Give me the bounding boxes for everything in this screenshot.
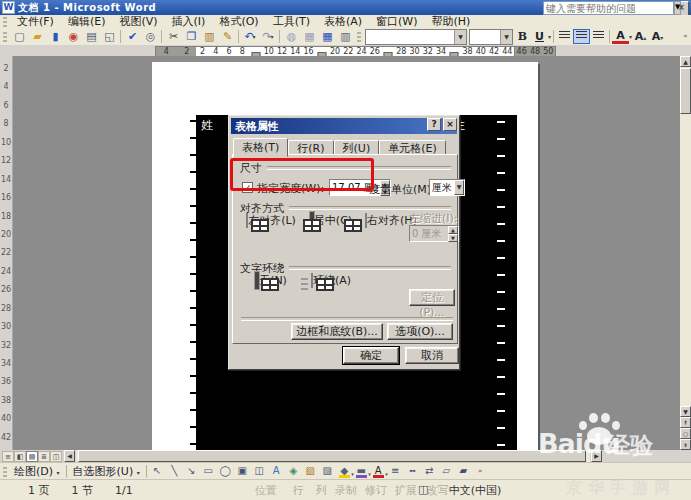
new-document-icon[interactable]: ▢ xyxy=(10,29,28,44)
table-column-marker[interactable]: 2 xyxy=(196,47,209,56)
text-wrapping-option[interactable] xyxy=(311,273,313,288)
print-layout-view-button[interactable]: ▤ xyxy=(26,451,38,462)
scroll-up-icon[interactable]: ▲ xyxy=(680,56,691,67)
menu-item[interactable]: 表格(A) xyxy=(317,15,369,28)
permission-icon[interactable]: ◉ xyxy=(64,29,82,44)
table-column-marker[interactable]: 42 xyxy=(488,47,501,56)
columns-icon[interactable]: ▥ xyxy=(336,29,354,44)
threed-style-icon[interactable]: ▰ xyxy=(455,464,472,479)
oval-icon[interactable]: ◯ xyxy=(217,464,234,479)
draw-menu-button[interactable]: 绘图(D) ▾ xyxy=(10,464,64,479)
underline-button[interactable]: U xyxy=(531,29,548,44)
spelling-grammar-icon[interactable]: ✔ xyxy=(123,29,141,44)
select-browse-object-icon[interactable]: ○ xyxy=(680,428,691,439)
scroll-right-icon[interactable]: ▶ xyxy=(591,450,602,462)
table-column-marker[interactable]: 26 xyxy=(368,47,381,56)
cut-icon[interactable]: ✂ xyxy=(164,29,182,44)
wordart-icon[interactable]: A xyxy=(268,464,285,479)
horizontal-scrollbar[interactable] xyxy=(76,450,590,462)
diagram-icon[interactable]: ◈ xyxy=(285,464,302,479)
table-column-marker[interactable]: 20 xyxy=(329,47,342,56)
line-color-icon[interactable]: ▬ ▾ xyxy=(353,464,370,479)
dialog-tab[interactable]: 表格(T) xyxy=(233,138,288,157)
chevron-down-icon[interactable]: ▼ xyxy=(454,180,464,195)
scroll-down-icon[interactable]: ▼ xyxy=(680,406,691,417)
arrow-style-icon[interactable]: ⇄ xyxy=(421,464,438,479)
dialog-close-button[interactable]: × xyxy=(443,118,457,131)
normal-view-button[interactable]: ≡ xyxy=(2,451,14,462)
dash-style-icon[interactable]: ╍ xyxy=(404,464,421,479)
table-column-marker[interactable]: 40 xyxy=(474,47,487,56)
specify-width-checkbox[interactable]: ✓ xyxy=(242,182,253,193)
table-column-marker[interactable]: 10 xyxy=(262,47,275,56)
table-column-marker[interactable]: 38 xyxy=(461,47,474,56)
dialog-help-button[interactable]: ? xyxy=(427,118,441,131)
dialog-title-bar[interactable]: 表格属性 xyxy=(231,118,457,134)
table-column-marker[interactable]: 30 xyxy=(408,47,421,56)
select-objects-icon[interactable]: ↖ xyxy=(149,464,166,479)
font-color-icon[interactable]: A ▾ xyxy=(370,464,387,479)
align-right-button[interactable] xyxy=(590,29,607,44)
cancel-button[interactable]: 取消 xyxy=(405,347,459,364)
menu-item[interactable]: 视图(V) xyxy=(112,15,164,28)
open-folder-icon[interactable]: ▰ xyxy=(28,29,46,44)
fill-color-icon[interactable]: ◆ ▾ xyxy=(336,464,353,479)
menu-item[interactable]: 文件(F) xyxy=(10,15,61,28)
print-icon[interactable]: ▤ xyxy=(82,29,100,44)
arrow-icon[interactable]: ↘ xyxy=(183,464,200,479)
toolbar-options-chevron[interactable]: » xyxy=(681,28,690,45)
web-layout-view-button[interactable]: ◧ xyxy=(14,451,26,462)
insert-picture-icon[interactable]: ▨ xyxy=(319,464,336,479)
font-size-combo[interactable]: ▼ xyxy=(469,29,513,45)
table-column-marker[interactable]: 28 xyxy=(395,47,408,56)
table-column-marker[interactable]: 8 xyxy=(236,47,249,56)
line-icon[interactable]: ╲ xyxy=(166,464,183,479)
insert-table-icon[interactable]: ▦ xyxy=(318,29,336,44)
previous-page-icon[interactable]: ↟ xyxy=(680,417,691,428)
align-center-button[interactable] xyxy=(573,29,590,44)
table-column-marker[interactable]: 32 xyxy=(421,47,434,56)
grow-font-button[interactable]: A▴ xyxy=(632,29,649,44)
table-column-marker[interactable]: 24 xyxy=(355,47,368,56)
horizontal-ruler[interactable]: 42 246810121416202224262830323438404244 … xyxy=(0,45,691,56)
table-column-marker[interactable]: 6 xyxy=(223,47,236,56)
menu-item[interactable]: 格式(O) xyxy=(212,15,265,28)
horizontal-scrollbar-thumb[interactable] xyxy=(78,450,586,462)
help-question-input[interactable] xyxy=(543,1,674,15)
next-page-icon[interactable]: ↡ xyxy=(680,439,691,450)
text-wrapping-option[interactable] xyxy=(255,272,259,289)
hyperlink-icon[interactable]: ◍ xyxy=(282,29,300,44)
format-painter-icon[interactable]: ✎ xyxy=(218,29,236,44)
borders-and-shading-button[interactable]: 边框和底纹(B)... xyxy=(291,323,383,340)
vertical-text-box-icon[interactable]: ◫ xyxy=(251,464,268,479)
redo-icon[interactable]: ↷ ▾ xyxy=(259,29,277,44)
line-style-icon[interactable]: ≡ xyxy=(387,464,404,479)
shadow-style-icon[interactable]: ▱ xyxy=(438,464,455,479)
table-column-marker[interactable]: 34 xyxy=(435,47,448,56)
tables-and-borders-icon[interactable]: ▦ xyxy=(300,29,318,44)
chevron-down-icon[interactable]: ▼ xyxy=(500,30,512,44)
vertical-scrollbar-thumb[interactable] xyxy=(680,68,691,114)
table-column-marker[interactable]: 14 xyxy=(289,47,302,56)
print-preview-icon[interactable]: ◱ xyxy=(100,29,118,44)
table-column-marker[interactable]: 4 xyxy=(209,47,222,56)
menu-item[interactable]: 插入(I) xyxy=(165,15,213,28)
copy-icon[interactable]: ❐ xyxy=(182,29,200,44)
vertical-ruler[interactable]: 24681012141618202224262830323436384042 xyxy=(0,56,13,450)
vertical-scrollbar[interactable]: ▲ ▼ ↟ ○ ↡ xyxy=(680,56,691,450)
paste-icon[interactable]: ▥ xyxy=(200,29,218,44)
autoshapes-menu-button[interactable]: 自选图形(U) ▾ xyxy=(69,464,144,479)
align-left-button[interactable] xyxy=(556,29,573,44)
measure-unit-combo[interactable]: 厘米 ▼ xyxy=(429,179,465,196)
bold-button[interactable]: B xyxy=(514,29,531,44)
alignment-option[interactable] xyxy=(365,213,367,228)
rectangle-icon[interactable]: ▭ xyxy=(200,464,217,479)
menu-item[interactable]: 工具(T) xyxy=(266,15,317,28)
ok-button[interactable]: 确定 xyxy=(343,347,399,364)
research-icon[interactable]: ◎ xyxy=(141,29,159,44)
options-button[interactable]: 选项(O)... xyxy=(387,323,453,340)
reading-layout-view-button[interactable]: ◫ xyxy=(50,451,62,462)
menu-item[interactable]: 编辑(E) xyxy=(61,15,113,28)
style-combo[interactable]: ▼ xyxy=(365,29,467,45)
table-column-marker[interactable]: 22 xyxy=(342,47,355,56)
